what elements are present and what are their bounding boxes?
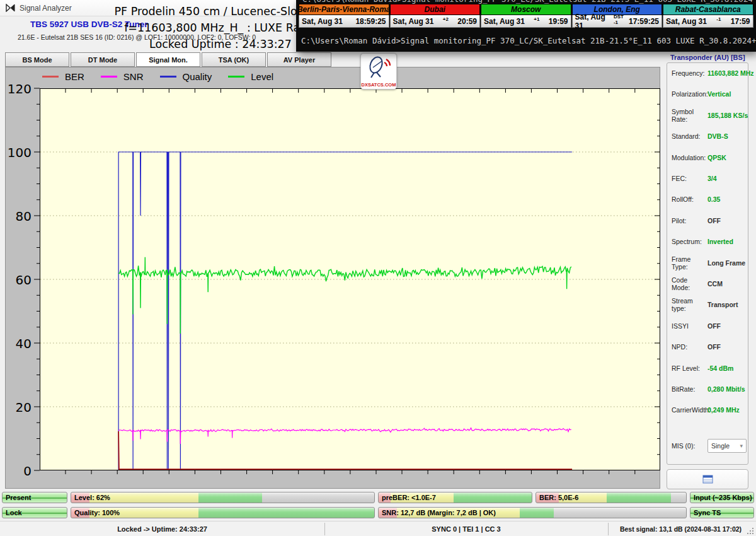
signal-bars-row-1: PresentLevel: 62%preBER: <1.0E-7BER: 5,0… [2,492,754,503]
clock-rabat-casablanca: Rabat-CasablancaSat, Aug 31-117:59 [663,4,753,28]
transponder-label: Modulation: [667,154,707,161]
transponder-label: FEC: [667,175,707,182]
y-tick-label: 0 [1,463,32,477]
tab-tsa-ok[interactable]: TSA (OK) [202,52,266,67]
clock-time-row: Sat, Aug 31-117:59 [663,15,753,28]
clock-time-row: Sat, Aug 31+220:59 [390,15,481,28]
signal-bar-lock: Lock [2,507,67,518]
legend-swatch-ber [42,76,59,78]
transport-stream-button[interactable] [667,469,748,489]
transponder-label: RF Level: [667,364,707,372]
dxsatcs-logo-text: DXSATCS.COM [361,82,396,88]
tab-dt-mode[interactable]: DT Mode [71,52,135,67]
legend-swatch-quality [160,76,176,78]
transponder-value: 3/4 [707,175,717,182]
transponder-row-stream-type: Stream type:Transport [667,298,748,312]
transponder-label: Frame Type: [667,255,707,271]
tab-av-player[interactable]: AV Player [267,52,331,67]
transponder-row-fec: FEC:3/4 [667,172,748,185]
chart-legend: BERSNRQualityLevel [42,71,273,82]
transponder-label: NPD: [667,343,707,351]
clock-utc-offset: +1 [534,16,539,22]
signal-bar-label: BER: 5,0E-6 [539,494,578,501]
resize-grip[interactable] [747,527,754,534]
status-best-signal: Best signal: 13,1 dB (2024-08-31 17:02) [608,521,753,536]
transponder-row-carrierwidth: CarrierWidth:0,249 MHz [667,403,748,417]
transponder-label: BitRate: [667,385,707,393]
legend-swatch-snr [101,76,117,78]
clock-london-eng: London, EngSat, Aug 31DST -117:59:25 [572,4,663,28]
transponder-value: OFF [707,217,721,224]
transponder-row-pilot: Pilot:OFF [667,214,748,228]
transponder-value: OFF [707,322,721,330]
signal-bar-label: Quality: 100% [74,509,120,516]
signal-bar-label: Input (~235 Kbps) [694,494,752,501]
y-tick-label: 20 [1,400,32,414]
clock-date: Sat, Aug 31 [302,17,343,26]
status-sync: SYNC 0 | TEI 1 | CC 3 [324,521,608,536]
tab-bs-mode[interactable]: BS Mode [5,52,69,67]
transponder-value: DVB-S [707,132,728,140]
transponder-label: ISSYI [667,322,707,330]
signal-bar-label: Sync TS [694,509,721,516]
signal-bar-ber-5-0e-6: BER: 5,0E-6 [536,492,687,503]
transponder-row-symbol-rate: Symbol Rate:185,188 KS/s [667,108,748,122]
clock-time: 17:59:25 [629,17,659,26]
signal-bar-label: Lock [6,509,22,516]
clock-city-label: Rabat-Casablanca [663,4,753,15]
legend-level: Level [228,71,273,82]
transponder-value: 0.35 [707,195,720,203]
transponder-panel-header: Transponder (AU) [BS] [670,54,745,61]
chevron-down-icon: ▾ [740,443,743,449]
transponder-row-frame-type: Frame Type:Long Frame [667,256,748,270]
tab-bar: BS ModeDT ModeSignal Mon.TSA (OK)AV Play… [5,52,331,67]
transponder-row-polarization: Polarization:Vertical [667,87,748,101]
transponder-row-bitrate: BitRate:0,280 Mbit/s [667,382,748,396]
transponder-row-issyi: ISSYIOFF [667,319,748,333]
signal-bars-row-2: LockQuality: 100%SNR: 12,7 dB (Margin: 7… [2,507,754,518]
legend-label: Quality [183,71,212,82]
signal-bar-preber-1-0e-7: preBER: <1.0E-7 [378,492,532,503]
transponder-label: Code Mode: [667,276,707,291]
console-prompt[interactable]: C:\Users\Roman Dávid>Signal monitoring_P… [301,36,756,45]
clock-date: Sat, Aug 31 [575,13,614,30]
signal-bar-label: Level: 62% [74,494,110,501]
legend-label: SNR [123,71,144,82]
transponder-row-modulation: Modulation:QPSK [667,151,748,165]
clock-time: 18:59:25 [355,17,386,26]
clock-moscow: MoscowSat, Aug 31+119:59 [481,4,571,28]
transponder-label: Polarization: [667,90,707,98]
signal-bar-label: SNR: 12,7 dB (Margin: 7,2 dB | OK) [382,509,496,516]
y-tick-label: 100 [1,145,32,159]
y-tick-label: 120 [1,81,32,95]
world-clocks: Berlin-Paris-Vienna-RomaSat, Aug 3118:59… [299,4,753,28]
clock-time-row: Sat, Aug 3118:59:25 [299,15,389,28]
clock-berlin-paris-vienna-roma: Berlin-Paris-Vienna-RomaSat, Aug 3118:59… [299,4,389,28]
clock-city-label: Berlin-Paris-Vienna-Roma [299,4,389,15]
clock-time-row: Sat, Aug 31DST -117:59:25 [572,15,663,28]
transponder-row-code-mode: Code Mode:CCM [667,277,748,291]
tab-signal-mon[interactable]: Signal Mon. [136,52,200,67]
transponder-row-frequency: Frequency:11603,882 MHz [667,66,748,80]
clock-dubai: DubaiSat, Aug 31+220:59 [390,4,481,28]
transponder-label: Frequency: [667,69,707,77]
signal-bar-present: Present [2,492,67,503]
clock-date: Sat, Aug 31 [393,17,434,26]
transponder-label: Spectrum: [667,238,707,245]
mis-label: MIS (0): [667,442,707,450]
transponder-value: 11603,882 MHz [707,69,754,77]
clock-time: 17:59 [731,17,750,26]
transponder-label: RollOff: [667,195,707,203]
window-title: Signal Analyzer [20,4,72,13]
legend-snr: SNR [101,71,144,82]
transponder-value: 0,249 MHz [707,406,740,414]
satellite-dish-icon [365,55,392,83]
transponder-row-npd: NPD:OFF [667,340,748,354]
legend-label: BER [65,71,84,82]
mis-select[interactable]: Single ▾ [707,439,747,453]
legend-swatch-level [228,76,244,78]
signal-chart [33,87,667,477]
signal-bar-quality-100: Quality: 100% [71,507,375,518]
mis-selected-value: Single [711,442,730,450]
transponder-label: Stream type: [667,297,707,312]
